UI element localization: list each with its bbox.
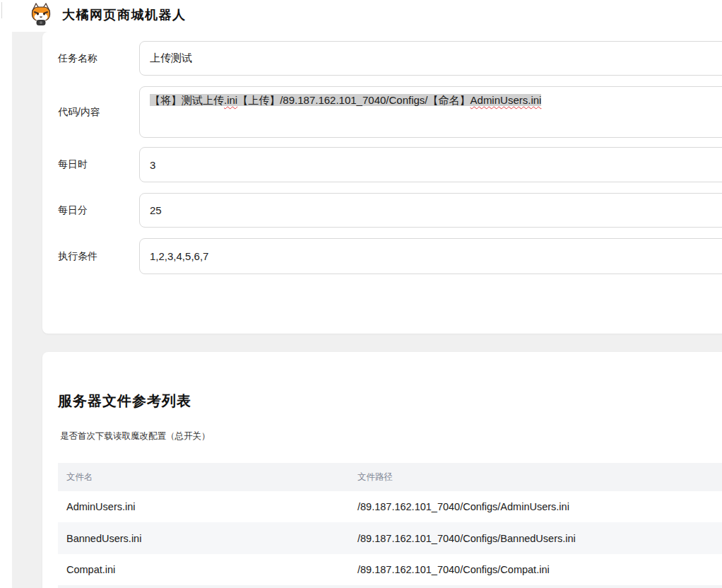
code-segment: 【上传】/89.187.162.101_7040/Configs/【命名】 bbox=[237, 94, 470, 106]
cell-filename: Compat.ini bbox=[58, 564, 349, 575]
code-segment-misspelled: .ini bbox=[224, 94, 237, 106]
master-switch-note: 是否首次下载读取魔改配置（总开关） bbox=[60, 430, 211, 442]
code-content-textarea[interactable]: 【将】测试上传.ini【上传】/89.187.162.101_7040/Conf… bbox=[139, 86, 722, 138]
page: 大橘网页商城机器人 任务名称 代码/内容 【将】测试上传.ini【上传】/89.… bbox=[0, 0, 722, 588]
cell-filepath: /89.187.162.101_7040/Configs/Compat.ini bbox=[349, 564, 722, 575]
daily-minute-label: 每日分 bbox=[58, 193, 136, 228]
header-cell-filepath: 文件路径 bbox=[349, 471, 722, 483]
cell-filename: BannedUsers.ini bbox=[58, 533, 349, 544]
app-title: 大橘网页商城机器人 bbox=[62, 0, 187, 30]
orange-cat-mascot-icon bbox=[31, 3, 51, 25]
server-files-title: 服务器文件参考列表 bbox=[58, 392, 191, 411]
table-row-partial bbox=[58, 585, 722, 588]
table-row: Compat.ini /89.187.162.101_7040/Configs/… bbox=[58, 554, 722, 585]
header-cell-filename: 文件名 bbox=[58, 471, 349, 483]
form-row-run-condition: 执行条件 bbox=[42, 238, 722, 274]
server-files-card: 服务器文件参考列表 是否首次下载读取魔改配置（总开关） 文件名 文件路径 Adm… bbox=[42, 352, 722, 588]
table-row: AdminUsers.ini /89.187.162.101_7040/Conf… bbox=[58, 491, 722, 522]
code-content-label: 代码/内容 bbox=[58, 86, 136, 138]
files-table: 文件名 文件路径 AdminUsers.ini /89.187.162.101_… bbox=[58, 463, 722, 588]
table-header-row: 文件名 文件路径 bbox=[58, 463, 722, 491]
code-segment: 【将】测试上传 bbox=[150, 94, 224, 106]
table-row: BannedUsers.ini /89.187.162.101_7040/Con… bbox=[58, 522, 722, 554]
task-name-input[interactable] bbox=[139, 41, 722, 76]
code-segment-misspelled: AdminUsers.ini bbox=[471, 94, 542, 106]
daily-hour-input[interactable] bbox=[139, 147, 722, 182]
run-condition-label: 执行条件 bbox=[58, 238, 136, 274]
form-row-daily-minute: 每日分 bbox=[42, 193, 722, 228]
task-form-card: 任务名称 代码/内容 【将】测试上传.ini【上传】/89.187.162.10… bbox=[42, 32, 722, 334]
task-name-label: 任务名称 bbox=[58, 41, 136, 76]
cell-filename: AdminUsers.ini bbox=[58, 501, 349, 512]
form-row-task-name: 任务名称 bbox=[42, 41, 722, 76]
daily-hour-label: 每日时 bbox=[58, 147, 136, 182]
cell-filepath: /89.187.162.101_7040/Configs/AdminUsers.… bbox=[349, 501, 722, 512]
daily-minute-input[interactable] bbox=[139, 193, 722, 228]
page-header: 大橘网页商城机器人 bbox=[0, 0, 722, 32]
cell-filepath: /89.187.162.101_7040/Configs/BannedUsers… bbox=[349, 533, 722, 544]
form-row-code-content: 代码/内容 【将】测试上传.ini【上传】/89.187.162.101_704… bbox=[42, 86, 722, 138]
run-condition-input[interactable] bbox=[139, 238, 722, 274]
left-edge-divider bbox=[1, 2, 2, 18]
form-row-daily-hour: 每日时 bbox=[42, 147, 722, 182]
